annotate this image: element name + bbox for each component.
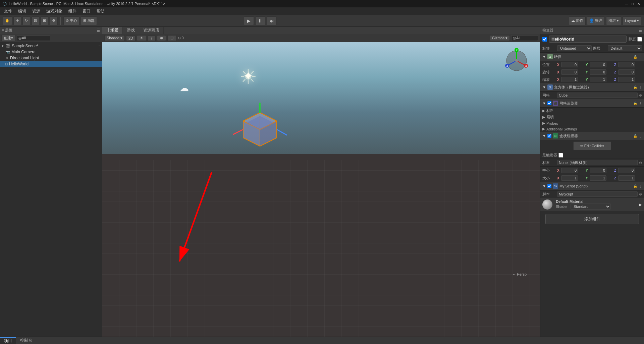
rot-x-input[interactable] xyxy=(561,69,578,75)
sy-input[interactable] xyxy=(590,175,606,181)
bc-menu-icon[interactable]: ⋮ xyxy=(639,134,642,138)
tool-hand[interactable]: ✋ xyxy=(3,16,12,25)
my-script-header[interactable]: ▼ C# My Script (Script) 🔒 ⋮ xyxy=(540,182,644,190)
account-button[interactable]: 👤 账户 xyxy=(587,16,605,25)
shader-dropdown[interactable]: Standard xyxy=(571,204,611,210)
tool-move[interactable]: ✙ xyxy=(13,16,21,25)
menu-component[interactable]: 组件 xyxy=(66,8,79,15)
add-component-button[interactable]: 添加组件 xyxy=(545,214,639,224)
rot-z-input[interactable] xyxy=(618,69,635,75)
mesh-renderer-header[interactable]: ▼ ⬛ 网格渲染器 🔒 ⋮ xyxy=(540,99,644,108)
cube-object[interactable] xyxy=(233,103,287,157)
effects-btn[interactable]: ⊕ xyxy=(157,35,166,41)
tab-console[interactable]: 控制台 xyxy=(16,337,36,344)
rot-y-input[interactable] xyxy=(590,69,606,75)
static-checkbox[interactable] xyxy=(637,37,642,42)
tag-dropdown[interactable]: Untagged xyxy=(557,45,592,51)
tab-asset-store[interactable]: 资源商店 xyxy=(139,27,164,34)
mr-lock-icon[interactable]: 🔒 xyxy=(633,102,637,105)
collab-button[interactable]: ☁ 协作 xyxy=(569,16,586,25)
transform-component-header[interactable]: ▼ ⊞ 转换 🔒 ⋮ xyxy=(540,53,644,61)
lighting-section[interactable]: ▶ 照明 xyxy=(540,114,644,120)
menu-edit[interactable]: 编辑 xyxy=(15,8,29,15)
pos-z-input[interactable]: 0 xyxy=(618,62,635,67)
menu-assets[interactable]: 资源 xyxy=(30,8,43,15)
lighting-btn[interactable]: ☀ xyxy=(137,35,146,41)
tool-rotate[interactable]: ↻ xyxy=(22,16,30,25)
mr-menu-icon[interactable]: ⋮ xyxy=(639,102,642,105)
mf-menu-icon[interactable]: ⋮ xyxy=(639,85,642,89)
mf-lock-icon[interactable]: 🔒 xyxy=(633,85,637,89)
cx-input[interactable] xyxy=(561,168,578,173)
box-collider-enabled[interactable] xyxy=(547,134,551,138)
hierarchy-item-main-camera[interactable]: 📷 Main Camera xyxy=(0,49,102,55)
ms-lock-icon[interactable]: 🔒 xyxy=(633,184,637,188)
cz-input[interactable] xyxy=(618,168,635,173)
object-name-input[interactable]: HelloWorld xyxy=(549,36,627,43)
scale-x-input[interactable] xyxy=(561,77,578,82)
mesh-input[interactable]: Cube xyxy=(557,93,638,98)
object-active-checkbox[interactable] xyxy=(542,37,547,42)
additional-settings-section[interactable]: ▶ Additional Settings xyxy=(540,126,644,132)
hierarchy-item-directional-light[interactable]: ☀ Directional Light xyxy=(0,55,102,61)
audio-btn[interactable]: ♪ xyxy=(148,36,156,41)
edit-collider-button[interactable]: ✏ Edit Collider xyxy=(573,141,611,150)
center-button[interactable]: ⊙ 中心 xyxy=(63,16,79,25)
tool-transform[interactable]: ⚙ xyxy=(50,16,58,25)
hierarchy-create-button[interactable]: 创建▾ xyxy=(1,35,15,41)
local-button[interactable]: ⊞ 局部 xyxy=(81,16,97,25)
hierarchy-menu-icon[interactable]: ☰ xyxy=(97,28,100,33)
static-toggle[interactable]: 静态 xyxy=(629,37,642,42)
maximize-button[interactable]: □ xyxy=(630,1,635,6)
script-input[interactable]: MyScript xyxy=(557,191,638,197)
scene-canvas[interactable]: ✦ ☀ ☁ xyxy=(102,42,540,337)
box-collider-header[interactable]: ▼ □ 盒状碰撞器 🔒 ⋮ xyxy=(540,132,644,140)
minimize-button[interactable]: — xyxy=(624,1,629,6)
2d-toggle[interactable]: 2D xyxy=(126,36,136,41)
tab-project[interactable]: 项目 xyxy=(0,337,16,344)
trigger-checkbox[interactable] xyxy=(558,153,563,158)
cy-input[interactable] xyxy=(590,168,606,173)
tab-scene[interactable]: 非场景 xyxy=(102,27,123,34)
step-button[interactable]: ⏭ xyxy=(267,16,277,25)
hide-btn[interactable]: ⊡ xyxy=(167,35,176,41)
mesh-renderer-enabled[interactable] xyxy=(547,101,551,105)
scene-minus-icon[interactable]: − xyxy=(98,44,101,48)
collider-material-input[interactable]: None（物理材质） xyxy=(557,160,638,165)
mesh-selector-icon[interactable]: ⊙ xyxy=(639,93,642,98)
sx-input[interactable] xyxy=(561,175,578,181)
layers-button[interactable]: 图层 ▾ xyxy=(606,16,621,25)
play-button[interactable]: ▶ xyxy=(244,16,254,25)
probes-section[interactable]: ▶ Probes xyxy=(540,120,644,126)
mesh-filter-header[interactable]: ▼ ⊡ 立方体（网格过滤器） 🔒 ⋮ xyxy=(540,83,644,92)
my-script-enabled[interactable] xyxy=(547,184,551,188)
hierarchy-scene-item[interactable]: ▼ 🎬 SampleScene* − xyxy=(0,43,102,49)
tool-scale[interactable]: ⊡ xyxy=(32,16,39,25)
transform-menu-icon[interactable]: ⋮ xyxy=(639,55,642,59)
pos-y-input[interactable]: 0 xyxy=(590,62,606,67)
layout-button[interactable]: Layout ▾ xyxy=(623,16,641,25)
tab-game[interactable]: 游戏 xyxy=(123,27,139,34)
scene-search[interactable] xyxy=(511,35,538,41)
sz-input[interactable] xyxy=(618,175,635,181)
shading-dropdown[interactable]: Shaded ▾ xyxy=(104,35,125,41)
titlebar-controls[interactable]: — □ ✕ xyxy=(624,1,641,6)
bc-lock-icon[interactable]: 🔒 xyxy=(633,134,637,138)
pos-x-input[interactable]: 0 xyxy=(561,62,578,67)
script-selector[interactable]: ⊙ xyxy=(639,192,642,196)
menu-window[interactable]: 窗口 xyxy=(80,8,93,15)
inspector-menu-icon[interactable]: ☰ xyxy=(639,28,642,33)
hierarchy-search[interactable] xyxy=(17,36,50,41)
pause-button[interactable]: ⏸ xyxy=(255,16,265,25)
menu-gameobject[interactable]: 游戏对象 xyxy=(44,8,65,15)
scale-z-input[interactable] xyxy=(618,77,635,82)
transform-lock-icon[interactable]: 🔒 xyxy=(633,55,637,59)
close-button[interactable]: ✕ xyxy=(636,1,641,6)
hierarchy-item-helloworld[interactable]: □ HelloWorld xyxy=(0,61,102,67)
scale-y-input[interactable] xyxy=(590,77,606,82)
materials-section[interactable]: ▶ 材料 xyxy=(540,108,644,114)
layer-dropdown[interactable]: Default xyxy=(608,45,642,51)
ms-menu-icon[interactable]: ⋮ xyxy=(639,184,642,188)
menu-help[interactable]: 帮助 xyxy=(94,8,107,15)
mat-expand-icon[interactable]: ▶ xyxy=(639,203,642,207)
